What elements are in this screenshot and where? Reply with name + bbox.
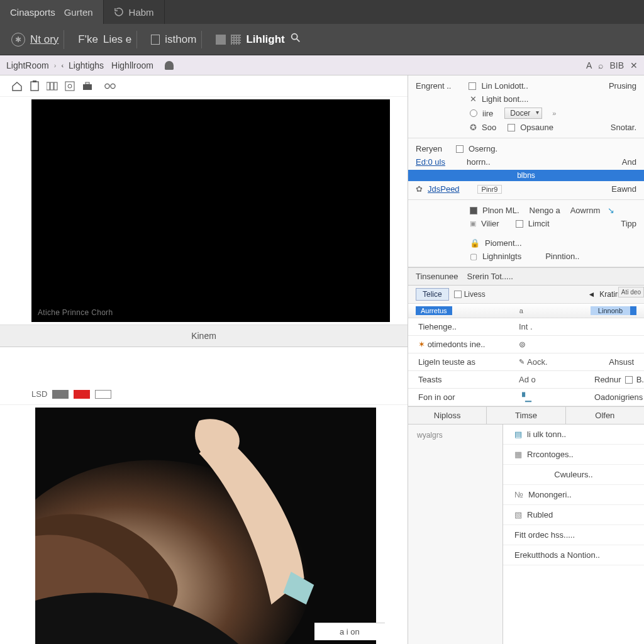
dropdown-docer[interactable]: Docer (504, 108, 542, 119)
checkbox[interactable] (454, 291, 462, 298)
checkbox[interactable] (456, 145, 464, 153)
frames-icon[interactable] (47, 80, 58, 92)
preview-area: Atiche Prinnce Chorh (0, 97, 408, 322)
menu-left-col: wyalgrs (408, 425, 502, 644)
breadcrumb-item[interactable]: Lightighs (69, 60, 104, 70)
search-icon[interactable] (290, 32, 301, 47)
menu-item[interactable]: ▧Rubled (503, 505, 644, 525)
menu-item[interactable]: Lihlight (246, 33, 284, 46)
refresh-icon (114, 7, 124, 17)
window-tab-2[interactable]: Habm (104, 0, 165, 24)
globe-icon[interactable]: ✱ (11, 33, 25, 47)
tab-niploss[interactable]: Niploss (408, 407, 487, 424)
opt-label: Limcit (528, 219, 550, 228)
chip-secondary[interactable]: Linnonb (591, 306, 636, 315)
close-icon[interactable]: ✕ (630, 60, 638, 70)
list-item[interactable]: Fon in oor ▝▁ Oadonigriens (408, 389, 644, 406)
opt-label[interactable]: Lighninlgts (482, 252, 521, 261)
menubar: ✱ Nt ory F'ke Lies e isthom Lihlight (0, 24, 644, 55)
menu-item[interactable]: ▦Rrcontoges.. (503, 445, 644, 465)
selected-row[interactable]: blbns (408, 170, 644, 181)
close-icon[interactable]: ✕ (470, 94, 477, 104)
menu-item[interactable]: Erekutthods a Nontion.. (503, 545, 644, 565)
photo-thumbnail[interactable] (35, 408, 376, 644)
checkbox[interactable] (508, 124, 515, 131)
tab-sublabel: Gurten (64, 7, 93, 18)
svg-point-0 (291, 34, 297, 40)
clipboard-icon[interactable] (29, 80, 40, 92)
window-tab-1[interactable]: Cinasports Gurten (0, 0, 104, 24)
menu-item[interactable]: Cwuleurs.. (503, 465, 644, 485)
checkbox[interactable] (625, 376, 633, 384)
tab-lives[interactable]: Livess (454, 290, 486, 299)
link-jdspeed[interactable]: JdsPeed (428, 184, 460, 194)
menu-item[interactable]: Nt ory (30, 33, 58, 46)
tab-timse[interactable]: Timse (487, 407, 565, 424)
opt-label[interactable]: Pioment... (485, 238, 522, 248)
list-item[interactable]: ✶ otimedonts ine.. ⊚ (408, 336, 644, 353)
preview-canvas[interactable]: Atiche Prinnce Chorh (31, 99, 390, 322)
document-icon (151, 35, 160, 45)
cell-label: ✶ otimedonts ine.. (418, 340, 519, 349)
opt-right: Snotar. (611, 123, 636, 132)
menu-item[interactable]: F'ke (78, 33, 98, 46)
text-size-icon[interactable]: A (586, 60, 592, 70)
svg-point-12 (111, 84, 115, 88)
cell-right: Oadonigriens (594, 392, 643, 402)
left-pane: Atiche Prinnce Chorh Kinem LSD (0, 75, 408, 644)
checkbox[interactable] (470, 207, 477, 214)
home-icon[interactable] (11, 80, 23, 92)
checkbox[interactable] (469, 82, 476, 90)
selected-label: blbns (517, 171, 535, 180)
menu-item[interactable]: ▤li ulk tonn.. (503, 425, 644, 445)
cell-value: Int . (519, 322, 594, 331)
float-tabs: Telice Livess ◄ Kratirm ► (408, 286, 644, 304)
breadcrumb-item[interactable]: Highllroom (111, 60, 153, 70)
radio[interactable] (470, 109, 477, 117)
opt-right: Prusing (609, 81, 636, 91)
flag-chip-outline[interactable] (95, 390, 111, 399)
link-icon[interactable] (104, 80, 116, 92)
menu-item[interactable]: Lies e (103, 33, 131, 46)
bib-label[interactable]: BIB (609, 60, 624, 70)
preview-footer: Kinem (0, 325, 408, 347)
svg-rect-10 (86, 82, 89, 84)
opt-label: horrn.. (467, 157, 491, 167)
flag-chip-grey[interactable] (52, 390, 69, 399)
tab-olfen[interactable]: Olfen (566, 407, 644, 424)
play-prev-icon[interactable]: ◄ (587, 290, 596, 299)
checkbox[interactable] (516, 220, 523, 228)
flag-chip-red[interactable] (74, 390, 90, 399)
tab-telice[interactable]: Telice (416, 288, 449, 301)
panel-reryen: Reryen Oserng. Ed:0 uls horrn.. And blbn… (408, 138, 644, 200)
right-pane: Engrent .. Lin Lonidott.. Prusing ✕ Ligh… (408, 75, 644, 644)
breadcrumb-bar: LightRoom › ‹ Lightighs Highllroom A ⌕ B… (0, 55, 644, 75)
opt-label: Vilier (481, 219, 499, 228)
target-icon[interactable] (64, 80, 75, 92)
panel-header: Engrent .. (416, 81, 451, 91)
menu-item[interactable]: №Monongeri.. (503, 485, 644, 505)
link-edouls[interactable]: Ed:0 uls (416, 157, 445, 167)
svg-point-11 (105, 84, 109, 88)
grid-icon (231, 35, 241, 45)
svg-rect-4 (47, 82, 50, 90)
menu-item[interactable]: isthom (165, 33, 196, 46)
menu-item[interactable]: Fitt ordec hss..... (503, 525, 644, 545)
section-label: Reryen (416, 144, 442, 153)
list-item[interactable]: Ligeln teuste as ✎Aock. Ahsust (408, 353, 644, 371)
cell-right: Rednur B. (594, 375, 644, 384)
list-item[interactable]: Teasts Ad o Rednur B. (408, 371, 644, 389)
list-item[interactable]: Tiehenge.. Int . (408, 318, 644, 336)
opt-label[interactable]: Pinntion.. (545, 252, 579, 261)
window-tab-bar: Cinasports Gurten Habm (0, 0, 644, 24)
search-icon[interactable]: ⌕ (598, 60, 603, 70)
marker-icon (165, 61, 174, 70)
chip-selected[interactable]: Aurretus (416, 306, 452, 315)
briefcase-icon[interactable] (82, 80, 93, 92)
breadcrumb-item[interactable]: LightRoom (6, 60, 49, 70)
float-header-label: Tinsenunee (416, 272, 458, 281)
opt-label: Lighit bont.... (482, 94, 528, 104)
breadcrumb-actions: A ⌕ BIB ✕ (586, 60, 638, 70)
panel-plnon: Plnon ML. Nengo a Aowrnm ↘ ▣ Vilier Limc… (408, 200, 644, 267)
cell-value: ⊚ (519, 340, 594, 349)
